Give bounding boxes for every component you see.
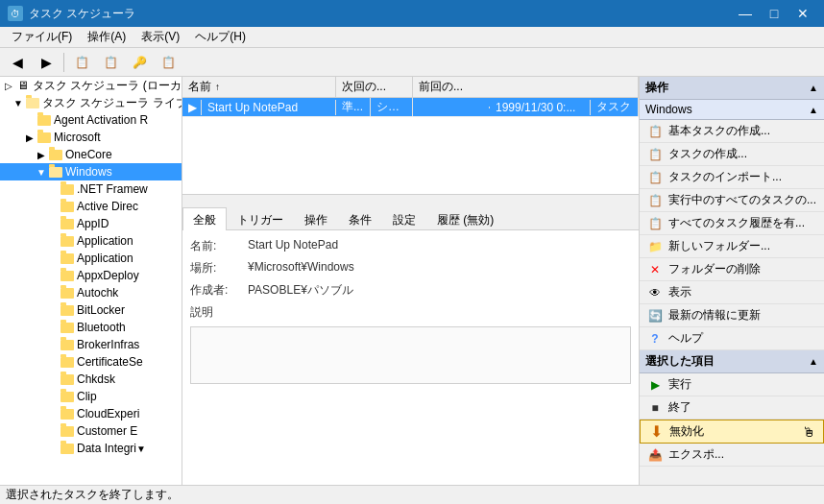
detail-author-label: 作成者:: [190, 282, 248, 299]
menu-help[interactable]: ヘルプ(H): [187, 27, 254, 47]
folder-icon-customer: [60, 423, 75, 439]
folder-icon-dataintegri: [60, 441, 75, 456]
toolbar-btn-1[interactable]: 📋: [68, 51, 95, 74]
task-list-header: 名前 ↑ 次回の... 前回の...: [182, 77, 639, 98]
detail-row-desc: 説明: [190, 304, 631, 321]
action-run[interactable]: ▶ 実行: [640, 373, 824, 396]
action-view[interactable]: 👁 表示: [640, 281, 824, 304]
detail-desc-textarea[interactable]: [190, 326, 631, 384]
tab-general[interactable]: 全般: [182, 207, 227, 230]
folder-icon-certificatese: [60, 354, 75, 370]
tree-item-microsoft[interactable]: ▶ Microsoft: [0, 129, 182, 146]
action-create-basic[interactable]: 📋 基本タスクの作成...: [640, 120, 824, 143]
tree-item-autochk[interactable]: Autochk: [0, 284, 182, 301]
action-new-folder[interactable]: 📁 新しいフォルダー...: [640, 235, 824, 258]
back-button[interactable]: ◀: [4, 51, 31, 74]
action-all-history[interactable]: 📋 すべてのタスク履歴を有...: [640, 212, 824, 235]
tree-item-bitlocker[interactable]: BitLocker: [0, 301, 182, 319]
tree-label-bitlocker: BitLocker: [77, 303, 125, 317]
tree-item-clip[interactable]: Clip: [0, 388, 182, 405]
folder-icon-windows: [48, 164, 63, 180]
delete-folder-icon: ✕: [647, 262, 663, 277]
action-delete-folder[interactable]: ✕ フォルダーの削除: [640, 258, 824, 281]
tree-label-appid: AppID: [77, 217, 109, 230]
section-arrow-main: ▲: [809, 83, 818, 93]
tree-label-cloudexperi: CloudExperi: [77, 407, 139, 420]
tree-item-bluetooth[interactable]: Bluetooth: [0, 319, 182, 336]
folder-icon-application1: [60, 233, 75, 249]
action-import-label: タスクのインポート...: [668, 169, 782, 185]
toolbar-btn-2[interactable]: 📋: [97, 51, 124, 74]
menu-file[interactable]: ファイル(F): [4, 27, 80, 47]
tree-toggle-root: ▷: [2, 81, 15, 91]
action-disable[interactable]: ⬇ 無効化 🖱: [640, 420, 824, 444]
create-basic-icon: 📋: [647, 124, 663, 139]
tree-item-cloudexperi[interactable]: CloudExperi: [0, 405, 182, 422]
action-new-folder-label: 新しいフォルダー...: [668, 238, 770, 254]
action-help[interactable]: ? ヘルプ: [640, 327, 824, 350]
action-section-selected[interactable]: 選択した項目 ▲: [640, 350, 824, 373]
tree-label-application1: Application: [77, 234, 133, 248]
menu-bar: ファイル(F) 操作(A) 表示(V) ヘルプ(H): [0, 27, 824, 48]
table-row[interactable]: ▶ Start Up NotePad 準... シス... 1999/11/30…: [182, 98, 639, 117]
tree-item-activedir[interactable]: Active Direc: [0, 198, 182, 215]
toolbar-btn-3[interactable]: 🔑: [126, 51, 153, 74]
tree-item-appid[interactable]: AppID: [0, 215, 182, 232]
tree-item-dataintegri[interactable]: Data Integri ▼: [0, 440, 182, 457]
tabs-bar: 全般 トリガー 操作 条件 設定 履歴 (無効): [182, 207, 639, 230]
action-create-task[interactable]: 📋 タスクの作成...: [640, 143, 824, 166]
hscroll-area[interactable]: [182, 194, 639, 207]
tree-item-library[interactable]: ▼ タスク スケジューラ ライブラ: [0, 94, 182, 111]
tree-item-onecore[interactable]: ▶ OneCore: [0, 146, 182, 163]
tree-item-customer[interactable]: Customer E: [0, 422, 182, 440]
col-header-next[interactable]: 次回の...: [336, 77, 413, 97]
tree-item-chkdsk[interactable]: Chkdsk: [0, 371, 182, 388]
tab-history[interactable]: 履歴 (無効): [426, 207, 504, 230]
folder-icon-application2: [60, 251, 75, 266]
action-export[interactable]: 📤 エクスポ...: [640, 444, 824, 467]
tree-item-windows[interactable]: ▼ Windows: [0, 163, 182, 180]
action-import[interactable]: 📋 タスクのインポート...: [640, 166, 824, 189]
action-refresh[interactable]: 🔄 最新の情報に更新: [640, 304, 824, 327]
action-section-main-label: 操作: [645, 80, 668, 96]
col-header-name[interactable]: 名前 ↑: [182, 77, 336, 97]
create-task-icon: 📋: [647, 147, 663, 162]
maximize-button[interactable]: □: [761, 4, 788, 23]
action-end[interactable]: ■ 終了: [640, 396, 824, 420]
center-panel: 名前 ↑ 次回の... 前回の... ▶ Start Up NotePad 準.…: [182, 77, 640, 485]
task-cell-icon: ▶: [182, 100, 202, 115]
action-create-basic-label: 基本タスクの作成...: [668, 123, 770, 139]
col-header-last[interactable]: 前回の...: [413, 77, 639, 97]
tree-item-application2[interactable]: Application: [0, 250, 182, 267]
action-section-main[interactable]: 操作 ▲: [640, 77, 824, 100]
tree-item-application1[interactable]: Application: [0, 232, 182, 250]
tab-condition[interactable]: 条件: [338, 207, 382, 230]
menu-action[interactable]: 操作(A): [80, 27, 133, 47]
detail-panel: 全般 トリガー 操作 条件 設定 履歴 (無効) 名前: Start Up No…: [182, 207, 639, 485]
tree-item-dotnet[interactable]: .NET Framew: [0, 180, 182, 198]
tree-item-appxdeploy[interactable]: AppxDeploy: [0, 267, 182, 284]
section-arrow-windows: ▲: [809, 105, 818, 115]
tree-label-windows: Windows: [65, 165, 112, 179]
action-all-history-label: すべてのタスク履歴を有...: [668, 215, 805, 231]
minimize-button[interactable]: —: [732, 4, 759, 23]
action-delete-folder-label: フォルダーの削除: [668, 261, 761, 277]
tree-item-certificatese[interactable]: CertificateSe: [0, 353, 182, 371]
action-running-tasks[interactable]: 📋 実行中のすべてのタスクの...: [640, 189, 824, 212]
action-section-windows[interactable]: Windows ▲: [640, 100, 824, 120]
tab-settings[interactable]: 設定: [382, 207, 426, 230]
tab-action[interactable]: 操作: [294, 207, 338, 230]
tree-item-agent[interactable]: Agent Activation R: [0, 111, 182, 129]
task-cell-status: 準...: [336, 98, 371, 116]
tree-item-brokerfras[interactable]: BrokerInfras: [0, 336, 182, 353]
tab-trigger[interactable]: トリガー: [227, 207, 294, 230]
forward-button[interactable]: ▶: [33, 51, 60, 74]
tree-item-root[interactable]: ▷ 🖥 タスク スケジューラ (ローカル): [0, 77, 182, 94]
close-button[interactable]: ✕: [789, 4, 816, 23]
toolbar-btn-4[interactable]: 📋: [155, 51, 182, 74]
end-icon: ■: [647, 400, 663, 416]
new-folder-icon: 📁: [647, 239, 663, 254]
action-help-label: ヘルプ: [668, 330, 703, 347]
menu-view[interactable]: 表示(V): [133, 27, 187, 47]
refresh-icon: 🔄: [647, 308, 663, 324]
